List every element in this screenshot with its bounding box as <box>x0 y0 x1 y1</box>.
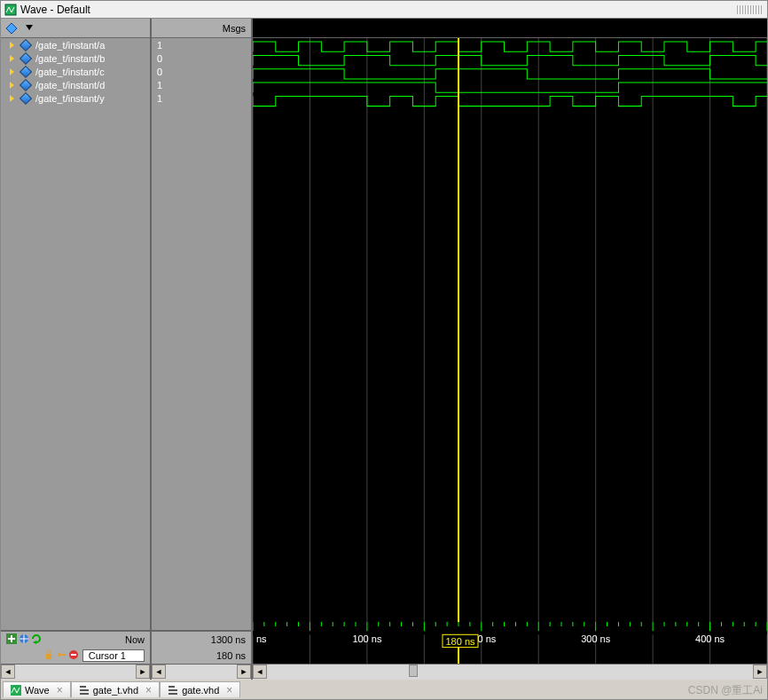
cursor-value: 180 ns <box>216 650 246 661</box>
signal-names-pane: /gate_t/instant/a /gate_t/instant/b /gat… <box>1 38 152 664</box>
close-icon[interactable]: × <box>145 684 152 696</box>
key-icon[interactable] <box>56 649 67 662</box>
svg-text:400 ns: 400 ns <box>695 633 725 644</box>
hscroll-left-button[interactable]: ◄ <box>1 665 15 679</box>
svg-text:100 ns: 100 ns <box>352 633 381 644</box>
signal-type-icon <box>20 78 32 90</box>
hscroll-track-msgs[interactable] <box>166 665 237 680</box>
hscroll-left-button[interactable]: ◄ <box>253 665 267 679</box>
signal-name: /gate_t/instant/b <box>35 53 105 64</box>
signal-direction-icon <box>10 68 14 75</box>
lock-icon[interactable] <box>43 649 54 662</box>
hscroll-left-button[interactable]: ◄ <box>152 665 166 679</box>
signal-name: /gate_t/instant/d <box>35 80 105 90</box>
wave-tab-icon <box>11 685 21 696</box>
signal-row[interactable]: /gate_t/instant/a <box>1 38 150 51</box>
tab-file[interactable]: gate_t.vhd × <box>71 681 160 697</box>
svg-marker-2 <box>26 25 33 30</box>
signal-row[interactable]: /gate_t/instant/b <box>1 51 150 65</box>
file-tab-icon <box>79 685 90 696</box>
hscroll-thumb[interactable] <box>409 665 418 677</box>
svg-rect-79 <box>168 686 175 688</box>
now-value: 1300 ns <box>211 634 246 645</box>
tab-label: Wave <box>25 685 50 696</box>
svg-rect-21 <box>253 622 767 634</box>
svg-rect-78 <box>80 693 89 695</box>
waveform-pane[interactable]: ns100 ns200 ns300 ns400 ns180 ns <box>253 38 767 664</box>
tab-label: gate.vhd <box>182 685 219 696</box>
signal-direction-icon <box>10 42 14 49</box>
globe-icon[interactable] <box>19 633 29 646</box>
svg-rect-77 <box>80 689 89 691</box>
signal-row[interactable]: /gate_t/instant/d <box>1 78 150 91</box>
msgs-header-label: Msgs <box>223 23 246 34</box>
window-title: Wave - Default <box>20 4 90 16</box>
add-row-icon[interactable] <box>6 633 17 646</box>
tab-label: gate_t.vhd <box>93 685 138 696</box>
signal-direction-icon <box>10 82 14 89</box>
signal-type-icon <box>20 91 32 104</box>
close-icon[interactable]: × <box>57 684 63 696</box>
dropdown-icon[interactable] <box>21 20 37 36</box>
close-icon[interactable]: × <box>226 684 232 696</box>
titlebar-grip <box>737 5 764 14</box>
document-tabs: Wave × gate_t.vhd × gate.vhd × <box>1 680 767 699</box>
now-label: Now <box>125 634 145 645</box>
tab-wave[interactable]: Wave × <box>3 681 71 697</box>
signal-value[interactable]: 1 <box>152 91 251 105</box>
svg-rect-80 <box>168 689 177 691</box>
watermark-text: CSDN @重工Ai <box>688 683 763 698</box>
svg-text:180 ns: 180 ns <box>446 635 475 646</box>
wave-window-icon <box>4 4 17 16</box>
refresh-icon[interactable] <box>31 633 42 646</box>
signal-name: /gate_t/instant/y <box>35 93 105 104</box>
svg-rect-6 <box>46 654 51 659</box>
hscroll-right-button[interactable]: ► <box>136 665 150 679</box>
signal-direction-icon <box>10 95 14 102</box>
signal-value[interactable]: 0 <box>152 65 251 78</box>
svg-rect-76 <box>80 686 86 688</box>
hscroll-track-names[interactable] <box>15 665 136 680</box>
signal-type-icon <box>20 51 32 64</box>
cursor-label[interactable]: Cursor 1 <box>89 650 126 661</box>
file-tab-icon <box>168 685 178 696</box>
svg-marker-1 <box>6 23 17 34</box>
signal-values-pane: 10011 1300 ns 180 ns <box>152 38 253 664</box>
signal-type-icon <box>20 38 32 51</box>
signal-row[interactable]: /gate_t/instant/c <box>1 65 150 78</box>
signal-value[interactable]: 1 <box>152 78 251 91</box>
hscroll-track-wave[interactable] <box>267 665 753 680</box>
signal-direction-icon <box>10 55 14 62</box>
signal-value[interactable]: 1 <box>152 38 251 51</box>
add-signal-icon[interactable] <box>4 20 20 36</box>
hscroll-right-button[interactable]: ► <box>237 665 251 679</box>
window-titlebar: Wave - Default <box>1 1 767 19</box>
signal-name: /gate_t/instant/a <box>35 40 105 51</box>
hscroll-right-button[interactable]: ► <box>753 665 767 679</box>
signal-name: /gate_t/instant/c <box>35 67 105 77</box>
delete-cursor-icon[interactable] <box>68 649 79 662</box>
svg-point-7 <box>58 653 61 657</box>
svg-text:ns: ns <box>256 633 267 644</box>
tab-file[interactable]: gate.vhd × <box>160 681 240 697</box>
svg-marker-5 <box>33 641 36 644</box>
svg-rect-81 <box>168 693 177 695</box>
signal-value[interactable]: 0 <box>152 51 251 65</box>
signal-row[interactable]: /gate_t/instant/y <box>1 91 150 105</box>
svg-rect-8 <box>61 654 66 656</box>
svg-text:300 ns: 300 ns <box>581 633 610 644</box>
signal-type-icon <box>20 65 32 77</box>
wave-toolrow-gap <box>253 19 767 37</box>
